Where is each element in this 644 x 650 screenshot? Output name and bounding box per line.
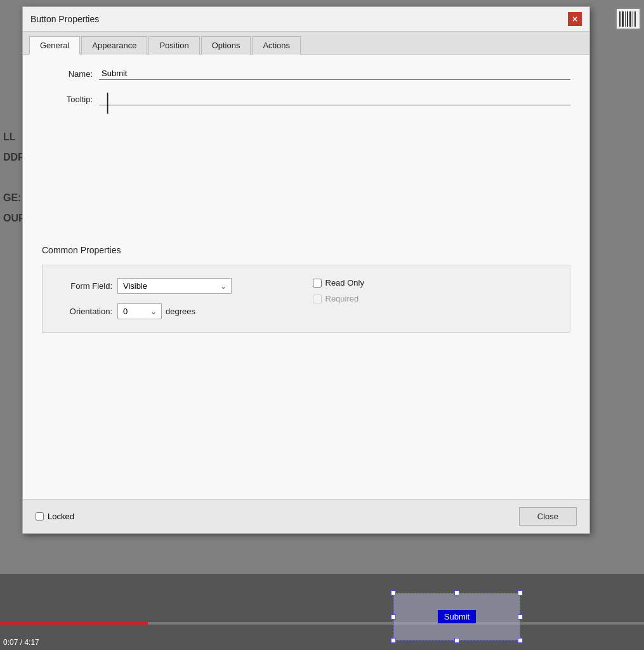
name-row: Name: [42, 67, 570, 80]
props-left: Form Field: Visible Hidden Visible but d… [55, 278, 300, 319]
dialog-footer: Locked Close [23, 499, 589, 533]
form-field-label: Form Field: [55, 281, 112, 291]
tab-general[interactable]: General [29, 36, 80, 55]
time-display: 0:07 / 4:17 [3, 638, 39, 647]
tab-appearance[interactable]: Appearance [81, 36, 147, 55]
required-row: Required [313, 294, 558, 303]
tab-actions[interactable]: Actions [252, 36, 301, 55]
svg-rect-4 [629, 11, 631, 27]
svg-rect-3 [627, 11, 628, 27]
dialog-title: Button Properties [30, 14, 99, 24]
name-input[interactable] [99, 67, 570, 80]
form-field-select[interactable]: Visible Hidden Visible but doesn't print… [117, 278, 232, 294]
common-properties-section: Common Properties Form Field: Visible Hi… [42, 245, 570, 333]
orientation-select[interactable]: 0 90 180 270 [117, 303, 162, 319]
read-only-checkbox[interactable] [313, 279, 322, 288]
close-button-x[interactable]: × [568, 12, 582, 26]
required-checkbox[interactable] [313, 295, 322, 303]
orientation-select-wrapper: 0 90 180 270 [117, 303, 162, 319]
locked-checkbox[interactable] [36, 512, 44, 521]
form-field-select-wrapper: Visible Hidden Visible but doesn't print… [117, 278, 232, 294]
svg-rect-6 [634, 11, 636, 27]
name-label: Name: [42, 69, 93, 79]
tabs-bar: General Appearance Position Options Acti… [23, 32, 589, 55]
tooltip-row: Tooltip: | [42, 93, 570, 105]
tab-position[interactable]: Position [148, 36, 199, 55]
tooltip-input[interactable] [99, 93, 570, 105]
progress-bar[interactable] [0, 622, 644, 625]
svg-rect-1 [622, 11, 624, 27]
footer-left: Locked [36, 512, 74, 521]
progress-fill [0, 622, 148, 625]
tab-options[interactable]: Options [201, 36, 251, 55]
spacer [42, 118, 570, 245]
handle-br[interactable] [518, 638, 523, 643]
handle-tl[interactable] [391, 590, 396, 595]
handle-ml[interactable] [391, 614, 396, 620]
handle-bl[interactable] [391, 638, 396, 643]
locked-label: Locked [48, 512, 74, 521]
svg-rect-0 [619, 11, 621, 27]
required-label: Required [325, 294, 359, 303]
handle-bm[interactable] [454, 638, 459, 643]
read-only-label: Read Only [325, 278, 364, 288]
handle-tm[interactable] [454, 590, 459, 595]
orientation-label: Orientation: [55, 307, 112, 316]
barcode-icon [615, 8, 641, 30]
title-bar: Button Properties × [23, 7, 589, 32]
tooltip-wrapper: | [99, 93, 570, 105]
handle-mr[interactable] [518, 614, 523, 620]
section-title: Common Properties [42, 245, 570, 255]
props-right: Read Only Required [313, 278, 558, 319]
tooltip-label: Tooltip: [42, 95, 93, 104]
submit-button-preview-container: Submit [393, 593, 520, 640]
handle-tr[interactable] [518, 590, 523, 595]
form-field-row: Form Field: Visible Hidden Visible but d… [55, 278, 300, 294]
svg-rect-5 [633, 11, 633, 27]
button-properties-dialog: Button Properties × General Appearance P… [22, 6, 590, 534]
read-only-row: Read Only [313, 278, 558, 288]
svg-rect-2 [625, 11, 626, 27]
common-props-box: Form Field: Visible Hidden Visible but d… [42, 265, 570, 333]
submit-preview-label: Submit [438, 610, 476, 623]
dialog-body: Name: Tooltip: | Common Properties [23, 55, 589, 499]
degrees-label: degrees [166, 307, 195, 316]
orientation-row: Orientation: 0 90 180 270 [55, 303, 300, 319]
close-dialog-button[interactable]: Close [519, 507, 577, 526]
props-grid: Form Field: Visible Hidden Visible but d… [55, 278, 557, 319]
submit-preview-body: Submit [393, 593, 520, 640]
orientation-wrapper: 0 90 180 270 degrees [117, 303, 195, 319]
video-player-area: 0:07 / 4:17 Submit [0, 574, 644, 650]
